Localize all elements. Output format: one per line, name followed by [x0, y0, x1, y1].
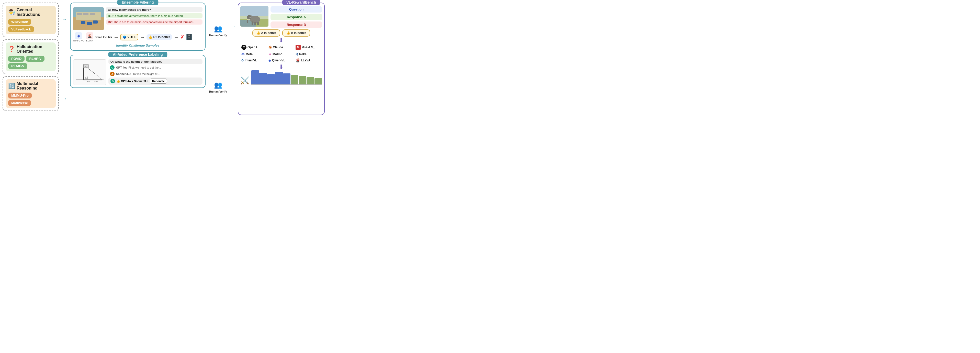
scientist-icon: 👨‍🔬	[8, 9, 15, 16]
internvl-model: ⟡ InternVL	[241, 58, 267, 62]
human-verify-column: 👥 Human Verify 👥 Human Verify	[208, 3, 229, 115]
general-instructions-box: 👨‍🔬 General Instructions WildVision VLFe…	[3, 3, 59, 37]
right-arrow-container: →	[231, 3, 236, 115]
svg-rect-8	[93, 21, 98, 24]
people-icon-bottom: 👥	[214, 81, 222, 89]
claude-icon: ✳	[269, 45, 272, 50]
svg-rect-28	[251, 21, 253, 25]
vl-top-section: Question Response A Response B	[240, 6, 322, 28]
svg-rect-7	[87, 22, 92, 25]
rationale-box: Rationale	[150, 78, 167, 84]
challenge-label: Identify Challenge Samples	[73, 43, 202, 48]
human-verify-label-top: Human Verify	[209, 34, 227, 37]
reka-icon: R	[296, 52, 298, 56]
wildvision-tag: WildVision	[8, 19, 31, 25]
bar-8	[307, 77, 314, 85]
svg-rect-5	[90, 13, 95, 15]
right-column: VL-RewardBench	[238, 3, 325, 115]
meta-icon: ∞	[241, 51, 245, 57]
bar-4	[275, 72, 283, 85]
question-label: Question	[270, 6, 322, 13]
arrow-top: →	[61, 16, 68, 22]
rlaifv-tag: RLAIF-V	[8, 63, 27, 69]
people-icon-top: 👥	[214, 25, 222, 33]
x-mark-icon: ✗	[180, 34, 184, 40]
svg-rect-23	[240, 6, 269, 16]
hallucination-tags: POVID RLHF-V RLAIF-V	[8, 56, 53, 69]
ai-question: Q: What is the height of the flagpole?	[108, 59, 202, 64]
mathverse-tag: MathVerse	[8, 100, 31, 106]
chart-container: ⚔️	[240, 70, 322, 85]
response-b-label: Response B	[270, 21, 322, 28]
purple-down-arrow: ⬇	[240, 37, 322, 44]
ensemble-filtering-title: Ensemble Filtering	[117, 0, 158, 5]
vl-preference-buttons: 👍 A is better 👍 B is better	[240, 29, 322, 37]
llava-label: LLaVA	[86, 39, 93, 42]
llava-model-icon: 🌋	[296, 58, 300, 62]
sonnet-response: A Sonnet 3.5: To find the height of...	[108, 71, 202, 77]
general-instructions-tags: WildVision VLFeedback	[8, 19, 53, 32]
multimodal-box: 🔢 Multimodal Reasoning MMMU-Pro MathVers…	[3, 76, 59, 111]
qwen2vl-label: Qwen2-VL	[73, 39, 84, 42]
arrow-to-db: →	[173, 34, 179, 40]
r2-better-label: 👍 R2 is better	[146, 34, 172, 40]
openai-icon: ⊙	[241, 45, 247, 50]
claude-model: ✳ Claude	[269, 45, 294, 50]
bar-2	[259, 73, 267, 85]
ai-verdict: ⊙ 👍 GPT-4o > Sonnet 3.5 Rationale	[108, 78, 202, 85]
left-column: 👨‍🔬 General Instructions WildVision VLFe…	[3, 3, 59, 115]
hallucination-box: ❓ Hallucination Oriented POVID RLHF-V RL…	[3, 39, 59, 74]
swords-icon: ⚔️	[240, 76, 249, 85]
vl-rewardbench-title: VL-RewardBench	[282, 0, 320, 5]
human-verify-bottom: 👥 Human Verify	[208, 80, 229, 95]
left-to-mid-arrows: → →	[61, 3, 68, 115]
database-icon: 🗄️	[186, 34, 192, 40]
b-is-better-btn[interactable]: 👍 B is better	[282, 29, 310, 37]
bar-9	[315, 78, 322, 85]
svg-rect-3	[77, 13, 82, 15]
gpt4o-icon: ⊙	[110, 65, 115, 70]
svg-text:22m: 22m	[94, 80, 98, 83]
sonnet-model-name: Sonnet 3.5:	[116, 72, 131, 75]
mistral-model: M Mistral AI_	[296, 45, 321, 50]
svg-rect-6	[81, 21, 85, 24]
multimodal-tags: MMMU-Pro MathVerse	[8, 93, 53, 106]
svg-rect-29	[255, 22, 256, 25]
sonnet-icon: A	[110, 72, 115, 76]
svg-rect-4	[83, 13, 89, 15]
gpt4o-response: ⊙ GPT-4o: First, we need to get the...	[108, 65, 202, 70]
vote-box: 🗳️ VOTE	[120, 34, 138, 40]
chart-bars-container	[251, 70, 322, 85]
bar-7	[299, 76, 306, 85]
small-lvlms-logos: ◈ Qwen2-VL 🌋 LLaVA	[73, 32, 93, 42]
human-verify-label-bottom: Human Verify	[209, 90, 227, 93]
llava-icon: 🌋	[86, 32, 93, 39]
molmo-icon: ✦	[269, 52, 272, 56]
rlhfv-tag: RLHF-V	[26, 56, 45, 62]
bar-1	[251, 70, 259, 85]
general-instructions-title: 👨‍🔬 General Instructions	[8, 8, 53, 17]
arrow-from-vote: →	[140, 34, 145, 40]
openai-model: ⊙ OpenAI	[241, 45, 267, 50]
internvl-icon: ⟡	[241, 58, 243, 62]
ai-labeling-content: 3.2 8m 22m Q: What is the height of the …	[73, 59, 202, 85]
qwen2vl-logo: ◈ Qwen2-VL	[73, 32, 84, 42]
llava-model: 🌋 LLaVA	[296, 58, 321, 62]
arrow-to-vote: →	[113, 34, 119, 40]
question-icon: ❓	[8, 46, 15, 53]
ensemble-filtering-panel: Ensemble Filtering	[70, 3, 205, 51]
molmo-model: ✦ Molmo	[269, 51, 294, 57]
ef-bottom-row: ◈ Qwen2-VL 🌋 LLaVA Small LVLMs → 🗳️ VOTE…	[73, 32, 202, 42]
bar-6	[291, 75, 298, 85]
model-grid: ⊙ OpenAI ✳ Claude M Mistral AI_ ∞ Meta ✦	[240, 44, 322, 64]
bar-chart	[251, 70, 322, 85]
formula-icon: 🔢	[8, 83, 15, 89]
multimodal-title: 🔢 Multimodal Reasoning	[8, 81, 53, 91]
elephant-image	[240, 6, 269, 27]
svg-point-33	[250, 17, 250, 18]
ai-responses-list: Q: What is the height of the flagpole? ⊙…	[108, 59, 202, 85]
bar-3	[267, 74, 275, 85]
ef-r2: R2: There are three minibuses parked out…	[106, 19, 202, 24]
purple-down-arrow-2: ⬇	[240, 64, 322, 70]
a-is-better-btn[interactable]: 👍 A is better	[252, 29, 280, 37]
